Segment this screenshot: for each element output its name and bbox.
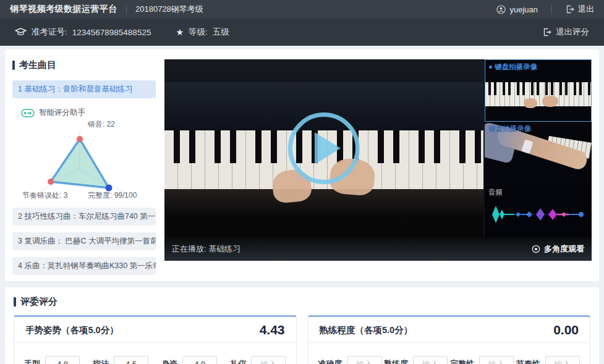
radar-chart-svg: [12, 119, 156, 201]
field-etiquette-input[interactable]: [251, 356, 286, 364]
thumb-piano-black-keys: [485, 82, 591, 96]
ai-score-assistant[interactable]: 智能评分助手: [21, 108, 156, 118]
field-hand-shape-input[interactable]: [45, 356, 80, 364]
field-posture-label: 身姿: [161, 358, 177, 364]
field-rhythm-label: 节奏性: [516, 358, 540, 364]
logout-icon: [566, 5, 574, 14]
playlist-item-3[interactable]: 3 复调乐曲： 巴赫C 大调平均律第一首前奏曲: [12, 232, 156, 250]
now-playing-text: 正在播放: 基础练习: [172, 243, 240, 255]
logout-label: 退出: [578, 4, 594, 15]
field-hand-shape: 手型: [24, 356, 80, 364]
radar-label-completeness: 完整度: 99/100: [88, 190, 137, 201]
field-etiquette: 礼仪: [230, 356, 286, 364]
field-proficiency-label: 熟练度: [384, 358, 408, 364]
scoring-title: 评委评分: [14, 296, 590, 308]
radar-point-wrong-notes: [77, 136, 83, 142]
audio-waveform: [487, 201, 590, 228]
play-icon: [315, 132, 341, 164]
exit-grading-button[interactable]: 退出评分: [543, 27, 589, 38]
logout-button[interactable]: 退出: [566, 4, 594, 15]
judge-scoring-section: 评委评分 手势姿势（各项5.0分） 4.43 手型 指法 身姿: [5, 287, 599, 364]
exit-grading-icon: [543, 28, 551, 36]
audio-track-panel[interactable]: 音频: [485, 185, 592, 237]
title-accent-bar: [14, 297, 16, 307]
top-header: 钢琴视频考级数据运营平台 20180728钢琴考级 yuejuan 退出: [0, 0, 604, 19]
score-card-gesture: 手势姿势（各项5.0分） 4.43 手型 指法 身姿 礼仪: [14, 315, 297, 364]
thumb-hand: [524, 98, 537, 108]
playlist-item-2[interactable]: 2 技巧性练习曲：车尔尼练习曲740 第一首: [12, 208, 156, 226]
assistant-label: 智能评分助手: [39, 108, 85, 118]
thumb-hand: [542, 96, 558, 107]
level-label: 等级:: [189, 27, 208, 38]
ticket-group: 准考证号: 12345678985488525: [15, 27, 151, 38]
video-player: 键盘拍摄录像 键盘拍摄录像: [164, 59, 592, 261]
field-proficiency: 熟练度: [384, 356, 448, 364]
field-posture: 身姿: [161, 356, 217, 364]
radar-label-rhythm-errors: 节奏错误处: 3: [22, 190, 67, 201]
app-title: 钢琴视频考级数据运营平台: [10, 4, 117, 15]
playlist-item-1[interactable]: 1 基础练习：音阶和琶音基础练习: [12, 80, 156, 98]
multi-angle-eye-icon: [532, 245, 540, 253]
score-card-proficiency: 熟练程度（各项5.0分） 0.00 准确度 熟练度 完整性 节奏性: [308, 315, 591, 364]
card-proficiency-title: 熟练程度（各项5.0分）: [320, 324, 413, 336]
star-icon: ★: [176, 27, 184, 37]
exit-grading-label: 退出评分: [556, 27, 589, 38]
field-accuracy-input[interactable]: [347, 356, 382, 364]
field-completeness-label: 完整性: [450, 358, 474, 364]
assistant-toggle-icon: [21, 109, 35, 117]
card-gesture-total: 4.43: [260, 323, 285, 337]
playlist-title: 考生曲目: [12, 59, 156, 71]
playlist-title-text: 考生曲目: [19, 59, 56, 71]
multi-angle-label: 多角度观看: [544, 243, 584, 255]
session-title: 20180728钢琴考级: [135, 4, 203, 15]
field-completeness: 完整性: [450, 356, 514, 364]
field-fingering-input[interactable]: [114, 356, 148, 364]
field-rhythm: 节奏性: [516, 356, 580, 364]
radar-label-wrong-notes: 错音: 22: [88, 119, 115, 130]
play-button[interactable]: [288, 112, 360, 184]
field-accuracy: 准确度: [318, 356, 382, 364]
title-accent-bar: [12, 61, 15, 70]
radar-chart: 错音: 22 节奏错误处: 3 完整度: 99/100: [12, 119, 156, 201]
player-control-bar: 正在播放: 基础练习 多角度观看: [164, 237, 592, 261]
field-hand-shape-label: 手型: [24, 358, 40, 364]
playlist-sidebar: 考生曲目 1 基础练习：音阶和琶音基础练习 智能评分助手: [12, 59, 156, 275]
graduation-cap-icon: [15, 27, 27, 37]
main-section: 考生曲目 1 基础练习：音阶和琶音基础练习 智能评分助手: [5, 49, 599, 281]
field-posture-input[interactable]: [182, 356, 217, 364]
thumbnail-2-label: 键盘拍摄录像: [488, 124, 531, 133]
field-rhythm-input[interactable]: [545, 356, 580, 364]
field-proficiency-input[interactable]: [413, 356, 448, 364]
username: yuejuan: [509, 5, 538, 14]
header-divider: [551, 5, 552, 14]
ticket-number: 12345678985488525: [72, 28, 151, 37]
field-accuracy-label: 准确度: [318, 358, 342, 364]
user-menu[interactable]: yuejuan: [496, 5, 538, 14]
field-fingering-label: 指法: [93, 358, 109, 364]
header-divider: [126, 5, 127, 14]
playlist-item-4[interactable]: 4 乐曲：莫扎特钢琴奏鸣曲K330 第一乐章: [12, 257, 156, 275]
thumbnail-keyboard-camera-2[interactable]: 键盘拍摄录像: [485, 122, 592, 185]
thumbnail-1-label: 键盘拍摄录像: [495, 62, 537, 72]
field-completeness-input[interactable]: [479, 356, 514, 364]
main-video-view[interactable]: [164, 59, 483, 237]
level-group: ★ 等级: 五级: [176, 27, 229, 38]
level-value: 五级: [213, 27, 229, 38]
audio-label: 音频: [488, 188, 503, 197]
thumb-piano-keys: [485, 82, 591, 107]
scoring-title-text: 评委评分: [20, 296, 57, 308]
angle-thumbnails-column: 键盘拍摄录像 键盘拍摄录像: [483, 59, 592, 237]
radar-point-rhythm-errors: [48, 179, 54, 185]
exam-info-bar: 准考证号: 12345678985488525 ★ 等级: 五级 退出评分: [0, 19, 604, 46]
card-proficiency-total: 0.00: [553, 323, 579, 337]
field-etiquette-label: 礼仪: [230, 358, 246, 364]
thumbnail-keyboard-camera-1[interactable]: 键盘拍摄录像: [485, 59, 592, 122]
multi-angle-button[interactable]: 多角度观看: [532, 243, 584, 255]
active-dot-icon: [489, 66, 492, 69]
user-icon: [496, 5, 506, 14]
card-gesture-title: 手势姿势（各项5.0分）: [25, 324, 119, 336]
field-fingering: 指法: [93, 356, 148, 364]
ticket-label: 准考证号:: [32, 27, 67, 38]
piano-front: [164, 189, 483, 237]
